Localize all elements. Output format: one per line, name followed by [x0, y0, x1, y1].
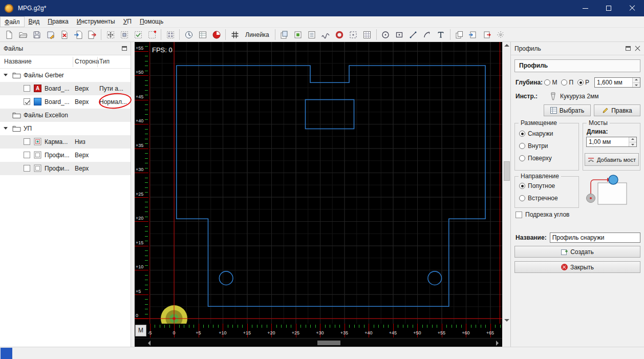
close-window-button[interactable]: [620, 0, 644, 16]
radio-depth-r[interactable]: Р: [577, 79, 589, 86]
simulate-button[interactable]: [182, 29, 196, 41]
radio-placement-inside[interactable]: Внутри: [519, 142, 548, 150]
parameters-table-button[interactable]: [196, 29, 209, 41]
spin-up-icon[interactable]: [633, 78, 640, 82]
drill-hole[interactable]: [219, 271, 233, 285]
bridge-length-input[interactable]: 1,00 мм: [586, 137, 637, 147]
visibility-checkbox[interactable]: [24, 138, 30, 145]
draw-text-button[interactable]: [434, 29, 448, 41]
scroll-down-icon[interactable]: [504, 319, 509, 322]
float-panel-icon[interactable]: [626, 46, 631, 51]
scroll-right-icon[interactable]: [496, 341, 499, 346]
menu-help[interactable]: Помощь: [136, 16, 167, 27]
horizontal-scroll-thumb[interactable]: [317, 341, 340, 345]
new-file-button[interactable]: [2, 29, 16, 41]
snap-star-button[interactable]: [494, 29, 508, 41]
curve-button[interactable]: [319, 29, 333, 41]
tree-file-row[interactable]: Board_...ВерхНормал...: [0, 95, 131, 109]
minimize-button[interactable]: [573, 0, 597, 16]
tree-file-row[interactable]: ABoard_...ВерхПути а...: [0, 82, 131, 95]
visibility-checkbox[interactable]: [24, 165, 30, 172]
tree-folder-row[interactable]: Файлы Gerber: [0, 69, 131, 82]
grid-snap-button[interactable]: [228, 29, 242, 41]
scroll-left-icon[interactable]: [148, 341, 151, 346]
column-type[interactable]: Тип: [99, 55, 110, 68]
expander-icon[interactable]: [4, 74, 8, 78]
create-button[interactable]: Создать: [514, 246, 640, 258]
layer-list-button[interactable]: [305, 29, 319, 41]
radio-depth-m[interactable]: М: [544, 79, 557, 86]
layer-green-button[interactable]: [291, 29, 305, 41]
bounds-button[interactable]: [347, 29, 360, 41]
maximize-button[interactable]: [597, 0, 620, 16]
tree-file-row[interactable]: Профи...Верх: [0, 162, 131, 175]
save-button[interactable]: [30, 29, 44, 41]
fit-view-button[interactable]: [117, 29, 131, 41]
horizontal-scrollbar[interactable]: [135, 338, 502, 347]
array-copy-button[interactable]: [163, 29, 177, 41]
select-tool-button[interactable]: Выбрать: [544, 104, 591, 116]
tree-folder-row[interactable]: Файлы Excellon: [0, 109, 131, 122]
radio-direction-conventional[interactable]: Встречное: [519, 195, 558, 202]
depth-input[interactable]: 1,600 мм: [594, 77, 640, 88]
open-file-button[interactable]: [16, 29, 30, 41]
edit-tool-button[interactable]: Правка: [594, 104, 640, 116]
menu-nc[interactable]: УП: [119, 16, 136, 27]
inner-cutout[interactable]: [306, 100, 354, 129]
draw-arc-button[interactable]: [420, 29, 434, 41]
transform-button[interactable]: [145, 29, 159, 41]
drill-hole[interactable]: [428, 271, 442, 285]
close-file-button[interactable]: [57, 29, 71, 41]
column-name[interactable]: Название: [4, 55, 32, 68]
status-indicator: [1, 348, 12, 359]
spindle-button[interactable]: [209, 29, 223, 41]
import-file-button[interactable]: [71, 29, 85, 41]
profile-outline[interactable]: [177, 66, 485, 306]
radio-placement-on-top[interactable]: Поверху: [519, 155, 552, 162]
expander-icon[interactable]: [4, 127, 8, 132]
spin-down-icon[interactable]: [633, 82, 640, 88]
vertical-scroll-thumb[interactable]: [504, 161, 510, 181]
menu-tools[interactable]: Инструменты: [73, 16, 119, 27]
menu-view[interactable]: Вид: [25, 16, 44, 27]
radio-direction-climb[interactable]: Попутное: [519, 182, 555, 189]
paste-object-button[interactable]: [466, 29, 480, 41]
visibility-checkbox[interactable]: [24, 98, 30, 105]
radio-placement-outside[interactable]: Снаружи: [519, 130, 553, 137]
ruler-button[interactable]: Линейка: [242, 29, 273, 41]
mesh-button[interactable]: [360, 29, 374, 41]
radio-depth-p[interactable]: П: [561, 79, 573, 86]
tree-file-row[interactable]: Профи...Верх: [0, 149, 131, 162]
move-view-button[interactable]: [103, 29, 117, 41]
layer-copy-button[interactable]: [277, 29, 291, 41]
spin-up-icon[interactable]: [629, 137, 636, 142]
copy-object-button[interactable]: [453, 29, 466, 41]
float-panel-icon[interactable]: [122, 46, 127, 51]
move-view-icon: [106, 30, 115, 39]
menu-file[interactable]: Файл: [0, 16, 25, 27]
panel-splitter[interactable]: [131, 42, 135, 347]
duplicate-object-button[interactable]: [480, 29, 494, 41]
draw-line-button[interactable]: [406, 29, 420, 41]
tree-file-row[interactable]: Карма...Низ: [0, 135, 131, 149]
corner-trim-option[interactable]: Подрезка углов: [516, 211, 569, 218]
visibility-checkbox[interactable]: [24, 152, 30, 158]
draw-rect-point-button[interactable]: [393, 29, 406, 41]
unit-button[interactable]: М: [135, 325, 146, 336]
tree-folder-row[interactable]: УП: [0, 122, 131, 135]
close-panel-button[interactable]: Закрыть: [514, 261, 640, 273]
donut-button[interactable]: [333, 29, 347, 41]
export-file-button[interactable]: [85, 29, 99, 41]
vertical-scrollbar[interactable]: [502, 42, 510, 324]
save-as-button[interactable]: [44, 29, 57, 41]
column-side[interactable]: Сторона: [75, 55, 99, 68]
select-area-button[interactable]: [131, 29, 145, 41]
scroll-up-icon[interactable]: [504, 44, 509, 47]
visibility-checkbox[interactable]: [24, 85, 30, 92]
spin-down-icon[interactable]: [629, 142, 636, 147]
profile-name-input[interactable]: [550, 233, 640, 243]
close-panel-icon[interactable]: [635, 46, 640, 51]
add-bridge-button[interactable]: Добавить мост: [585, 153, 639, 166]
menu-edit[interactable]: Правка: [44, 16, 73, 27]
draw-circle-button[interactable]: [379, 29, 393, 41]
